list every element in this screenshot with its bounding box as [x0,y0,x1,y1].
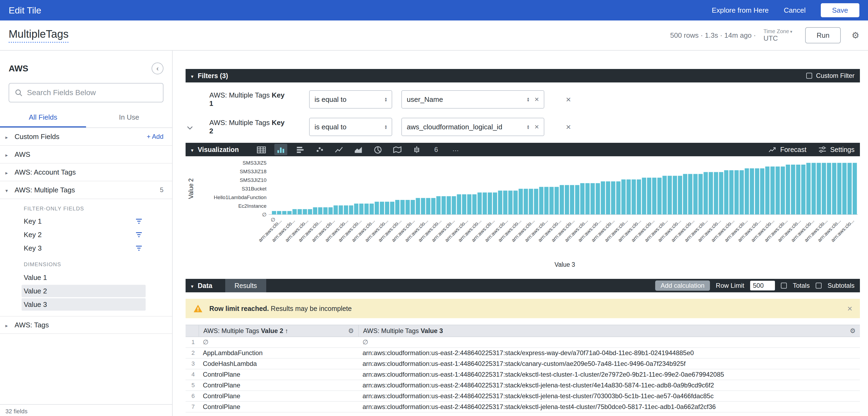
chart-bar[interactable] [616,181,621,214]
chart-bar[interactable] [714,172,718,214]
forecast-button[interactable]: Forecast [768,146,806,153]
chart-bar[interactable] [400,200,405,214]
field-search-box[interactable] [9,83,163,102]
chart-bar[interactable] [364,204,369,214]
pie-chart-icon[interactable] [371,144,384,155]
chart-bar[interactable] [601,181,605,214]
filter-operator-select[interactable]: is equal to [309,90,392,109]
chart-bar[interactable] [678,176,682,214]
chart-bar[interactable] [292,209,297,214]
run-button[interactable]: Run [805,27,841,43]
add-custom-field-link[interactable]: + Add [147,133,163,140]
chart-bar[interactable] [329,207,333,214]
chart-bar[interactable] [750,168,754,214]
tab-in-use[interactable]: In Use [86,108,172,128]
chart-bar[interactable] [524,189,528,214]
chart-bar[interactable] [606,181,610,214]
custom-filter-checkbox[interactable] [806,73,812,79]
chart-bar[interactable] [775,167,780,214]
chart-bar[interactable] [765,167,770,214]
search-input[interactable] [27,89,157,97]
chart-bar[interactable] [308,209,312,214]
chart-bar[interactable] [647,178,651,214]
chart-bar[interactable] [704,172,708,214]
chart-bar[interactable] [498,190,502,214]
filter-value-select[interactable]: user_Name [401,90,544,109]
chart-bar[interactable] [632,179,636,214]
subtotals-checkbox[interactable] [816,283,822,288]
chart-bar[interactable] [595,183,600,214]
table-row[interactable]: 7ControlPlanearn:aws:cloudformation:us-e… [186,402,860,413]
chart-bar[interactable] [698,174,703,214]
row-limit-input[interactable] [750,281,775,290]
map-chart-icon[interactable] [391,144,404,155]
collapse-sidebar-button[interactable] [152,63,163,74]
chart-bar[interactable] [488,193,492,214]
remove-filter-icon[interactable] [566,122,571,132]
timezone-selector[interactable]: Time Zone UTC [763,28,792,42]
chart-bar[interactable] [642,178,646,214]
chart-bar[interactable] [730,170,734,214]
chart-bar[interactable] [550,187,554,214]
chart-bar[interactable] [709,172,713,214]
chart-bar[interactable] [277,211,281,214]
table-row[interactable]: 3CodeHashLambdaarn:aws:cloudformation:us… [186,358,860,370]
chart-bar[interactable] [385,202,389,214]
explore-from-here-button[interactable]: Explore from Here [712,6,769,14]
sidebar-item-aws-multiple-tags[interactable]: AWS: Multiple Tags 5 [0,181,172,199]
chart-bar[interactable] [652,178,656,214]
chart-bar[interactable] [801,165,805,214]
more-chart-types-icon[interactable]: … [449,144,462,155]
chart-bar[interactable] [760,168,765,214]
single-value-chart-icon[interactable]: 6 [430,144,443,155]
sidebar-field-value2[interactable]: Value 2 [22,285,146,297]
chart-bar[interactable] [611,181,615,214]
chart-bar[interactable] [462,194,466,214]
chart-bar[interactable] [477,193,482,214]
filter-icon[interactable] [135,245,143,252]
chart-bar[interactable] [467,194,471,214]
chart-bar[interactable] [457,194,461,214]
chart-bar[interactable] [735,170,739,214]
chart-bar[interactable] [740,170,744,214]
chart-bar[interactable] [745,168,749,214]
chart-bar[interactable] [842,163,847,214]
tab-results[interactable]: Results [225,279,266,292]
chart-bar[interactable] [472,194,476,214]
chart-bar[interactable] [555,187,559,214]
chart-bar[interactable] [513,190,518,214]
filter-icon[interactable] [135,218,143,225]
chart-bar[interactable] [832,163,836,214]
line-chart-icon[interactable] [333,144,345,155]
chart-bar[interactable] [657,178,662,214]
chart-bar[interactable] [544,187,549,214]
table-row[interactable]: 5ControlPlanearn:aws:cloudformation:us-e… [186,380,860,391]
chart-bar[interactable] [560,185,564,214]
column-header-value3[interactable]: AWS: Multiple Tags Value 3 [358,325,860,337]
chart-bar[interactable] [405,200,410,214]
area-chart-icon[interactable] [352,144,365,155]
collapse-data-icon[interactable] [191,282,198,290]
chart-bar[interactable] [688,174,692,214]
column-gear-icon[interactable] [850,327,856,335]
chart-bar[interactable] [323,207,328,214]
chart-bar[interactable] [585,183,590,214]
chart-bar[interactable] [847,163,852,214]
cancel-button[interactable]: Cancel [784,6,806,14]
totals-checkbox[interactable] [781,283,787,288]
chart-bar[interactable] [431,198,436,214]
viz-settings-button[interactable]: Settings [818,146,855,153]
table-row[interactable]: 2AppLambdaFunctionarn:aws:cloudformation… [186,348,860,358]
chart-bar[interactable] [483,193,487,214]
query-settings-gear-button[interactable] [851,30,859,40]
chart-bar[interactable] [529,189,533,214]
chart-bar[interactable] [452,196,456,214]
sidebar-field-value1[interactable]: Value 1 [22,271,146,284]
chart-bar[interactable] [447,196,451,214]
chart-bar[interactable] [508,190,513,214]
sidebar-item-custom-fields[interactable]: Custom Fields + Add [0,128,172,146]
filter-value-select[interactable]: aws_cloudformation_logical_id [401,118,544,136]
chart-bar[interactable] [303,209,307,214]
sidebar-item-aws-account-tags[interactable]: AWS: Account Tags [0,164,172,181]
chart-bar[interactable] [390,202,394,214]
